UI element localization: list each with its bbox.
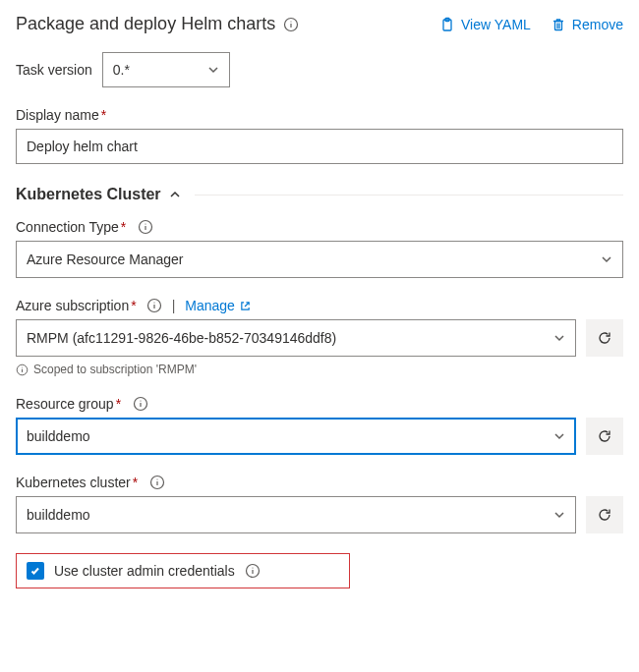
- refresh-button[interactable]: [586, 319, 623, 357]
- azure-subscription-select[interactable]: RMPM (afc11291-9826-46be-b852-70349146dd…: [16, 319, 576, 357]
- chevron-down-icon: [207, 64, 219, 76]
- scope-note-text: Scoped to subscription 'RMPM': [33, 363, 197, 376]
- svg-rect-5: [554, 21, 561, 29]
- refresh-button[interactable]: [586, 418, 623, 455]
- resource-group-value: builddemo: [27, 428, 90, 444]
- display-name-input[interactable]: [16, 129, 623, 164]
- chevron-down-icon: [553, 430, 565, 442]
- refresh-icon: [597, 428, 612, 444]
- info-icon[interactable]: [138, 219, 153, 235]
- svg-point-1: [291, 21, 292, 22]
- info-icon[interactable]: [149, 475, 165, 490]
- kubernetes-cluster-group: Kubernetes cluster* builddemo: [16, 475, 623, 533]
- chevron-down-icon: [553, 509, 565, 521]
- task-version-row: Task version 0.*: [16, 52, 623, 87]
- resource-group-select[interactable]: builddemo: [16, 418, 576, 455]
- resource-group-select-row: builddemo: [16, 418, 623, 455]
- svg-point-15: [22, 366, 23, 367]
- separator: |: [172, 298, 176, 313]
- connection-type-label-row: Connection Type*: [16, 219, 623, 235]
- svg-point-18: [140, 400, 141, 401]
- clipboard-icon: [439, 17, 455, 32]
- chevron-down-icon: [553, 332, 565, 344]
- refresh-icon: [597, 330, 612, 346]
- manage-link[interactable]: Manage: [185, 298, 251, 313]
- scope-note: Scoped to subscription 'RMPM': [16, 363, 623, 376]
- kubernetes-cluster-label: Kubernetes cluster: [16, 475, 131, 490]
- header-row: Package and deploy Helm charts View YAML…: [16, 14, 623, 34]
- manage-label: Manage: [185, 298, 235, 313]
- required-marker: *: [116, 396, 121, 412]
- task-version-label: Task version: [16, 62, 92, 78]
- kubernetes-cluster-select[interactable]: builddemo: [16, 496, 576, 533]
- required-marker: *: [101, 107, 106, 123]
- remove-label: Remove: [572, 17, 623, 32]
- kubernetes-cluster-value: builddemo: [27, 507, 90, 523]
- display-name-group: Display name*: [16, 107, 623, 164]
- trash-icon: [551, 17, 566, 32]
- view-yaml-button[interactable]: View YAML: [439, 17, 531, 32]
- required-marker: *: [121, 219, 126, 235]
- info-icon[interactable]: [133, 396, 148, 412]
- azure-subscription-value: RMPM (afc11291-9826-46be-b852-70349146dd…: [27, 330, 336, 346]
- resource-group-group: Resource group* builddemo: [16, 396, 623, 455]
- task-version-select[interactable]: 0.*: [102, 52, 230, 87]
- page-title: Package and deploy Helm charts: [16, 14, 299, 34]
- header-actions: View YAML Remove: [439, 17, 623, 32]
- section-kubernetes-cluster[interactable]: Kubernetes Cluster: [16, 186, 623, 203]
- task-version-value: 0.*: [113, 62, 130, 78]
- required-marker: *: [133, 475, 138, 490]
- azure-subscription-label-row: Azure subscription* | Manage: [16, 298, 623, 313]
- azure-subscription-label: Azure subscription: [16, 298, 129, 313]
- display-name-label: Display name: [16, 107, 99, 123]
- use-admin-credentials-row[interactable]: Use cluster admin credentials: [16, 553, 350, 588]
- svg-point-21: [157, 478, 158, 479]
- svg-point-12: [153, 302, 154, 303]
- connection-type-group: Connection Type* Azure Resource Manager: [16, 219, 623, 278]
- refresh-icon: [597, 507, 612, 523]
- external-link-icon: [240, 301, 251, 311]
- section-title: Kubernetes Cluster: [16, 186, 161, 203]
- section-rule: [195, 195, 623, 196]
- svg-point-9: [145, 223, 146, 224]
- connection-type-label: Connection Type: [16, 219, 119, 235]
- resource-group-label-row: Resource group*: [16, 396, 623, 412]
- kubernetes-cluster-select-row: builddemo: [16, 496, 623, 533]
- required-marker: *: [131, 298, 136, 313]
- azure-subscription-group: Azure subscription* | Manage RMPM (afc11…: [16, 298, 623, 376]
- azure-subscription-select-row: RMPM (afc11291-9826-46be-b852-70349146dd…: [16, 319, 623, 357]
- chevron-up-icon: [169, 189, 181, 200]
- view-yaml-label: View YAML: [461, 17, 531, 32]
- kubernetes-cluster-label-row: Kubernetes cluster*: [16, 475, 623, 490]
- refresh-button[interactable]: [586, 496, 623, 533]
- info-icon[interactable]: [245, 563, 261, 579]
- display-name-label-row: Display name*: [16, 107, 623, 123]
- info-icon: [16, 364, 29, 376]
- page-title-text: Package and deploy Helm charts: [16, 14, 275, 34]
- resource-group-label: Resource group: [16, 396, 114, 412]
- svg-point-24: [252, 567, 253, 568]
- info-icon[interactable]: [283, 17, 299, 32]
- chevron-down-icon: [601, 253, 612, 265]
- connection-type-value: Azure Resource Manager: [27, 252, 184, 267]
- remove-button[interactable]: Remove: [551, 17, 623, 32]
- connection-type-select[interactable]: Azure Resource Manager: [16, 241, 623, 278]
- checkbox-checked-icon[interactable]: [27, 562, 44, 580]
- info-icon[interactable]: [146, 298, 162, 313]
- use-admin-label: Use cluster admin credentials: [54, 563, 235, 579]
